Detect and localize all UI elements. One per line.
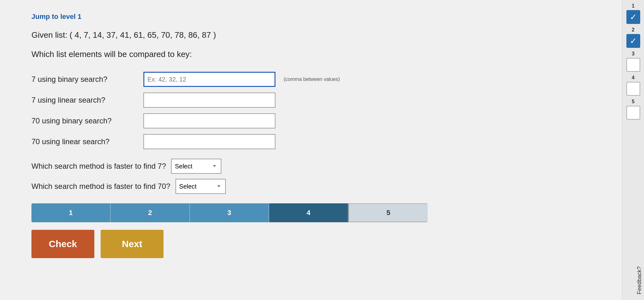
progress-seg-4: 4 bbox=[269, 203, 348, 222]
sidebar-check-1[interactable]: ✓ bbox=[626, 10, 640, 24]
sq1-dropdown[interactable]: Select Binary Search Linear Search Same bbox=[171, 159, 221, 174]
q3-label: 70 using binary search? bbox=[31, 116, 138, 125]
q3-input[interactable] bbox=[143, 113, 275, 128]
q1-label: 7 using binary search? bbox=[31, 75, 138, 84]
sidebar-item-4: 4 bbox=[626, 75, 640, 96]
sidebar: 1 ✓ 2 ✓ 3 4 5 Feedback? bbox=[622, 0, 644, 300]
sidebar-num-5: 5 bbox=[632, 99, 635, 105]
question-row-2: 7 using linear search? bbox=[31, 93, 447, 108]
sidebar-num-4: 4 bbox=[632, 75, 635, 81]
sidebar-outline-4[interactable] bbox=[626, 82, 640, 96]
progress-seg-1: 1 bbox=[31, 203, 111, 222]
q2-input[interactable] bbox=[143, 93, 275, 108]
select-row-1: Which search method is faster to find 7?… bbox=[31, 159, 447, 174]
main-container: Jump to level 1 Given list: ( 4, 7, 14, … bbox=[19, 6, 459, 264]
select-rows: Which search method is faster to find 7?… bbox=[31, 159, 447, 194]
q4-input[interactable] bbox=[143, 134, 275, 149]
q1-input[interactable] bbox=[143, 72, 275, 87]
sidebar-outline-3[interactable] bbox=[626, 58, 640, 72]
sidebar-check-2[interactable]: ✓ bbox=[626, 34, 640, 48]
button-row: Check Next bbox=[31, 230, 447, 258]
progress-seg-5: 5 bbox=[348, 203, 428, 222]
sidebar-num-2: 2 bbox=[632, 27, 635, 33]
sidebar-outline-5[interactable] bbox=[626, 106, 640, 120]
question-rows: 7 using binary search? (comma between va… bbox=[31, 72, 447, 149]
which-elements-label: Which list elements will be compared to … bbox=[31, 49, 447, 59]
select-row-2: Which search method is faster to find 70… bbox=[31, 179, 447, 194]
sidebar-item-5: 5 bbox=[626, 99, 640, 120]
next-button[interactable]: Next bbox=[101, 230, 164, 258]
sidebar-num-1: 1 bbox=[632, 3, 635, 9]
sidebar-item-2: 2 ✓ bbox=[626, 27, 640, 48]
progress-seg-5-label: 5 bbox=[386, 209, 390, 217]
progress-seg-2: 2 bbox=[111, 203, 190, 222]
question-row-3: 70 using binary search? bbox=[31, 113, 447, 128]
sidebar-item-1: 1 ✓ bbox=[626, 3, 640, 24]
progress-seg-4-label: 4 bbox=[307, 209, 310, 217]
sq2-label: Which search method is faster to find 70… bbox=[31, 182, 170, 191]
progress-seg-3-label: 3 bbox=[227, 209, 231, 217]
q1-hint: (comma between values) bbox=[284, 76, 340, 82]
jump-link[interactable]: Jump to level 1 bbox=[31, 13, 81, 21]
question-row-1: 7 using binary search? (comma between va… bbox=[31, 72, 447, 87]
feedback-button[interactable]: Feedback? bbox=[635, 264, 644, 297]
check-button[interactable]: Check bbox=[31, 230, 94, 258]
given-list: Given list: ( 4, 7, 14, 37, 41, 61, 65, … bbox=[31, 30, 447, 40]
progress-seg-3: 3 bbox=[190, 203, 269, 222]
progress-seg-2-label: 2 bbox=[148, 209, 152, 217]
sidebar-item-3: 3 bbox=[626, 51, 640, 72]
q4-label: 70 using linear search? bbox=[31, 137, 138, 146]
sq2-dropdown[interactable]: Select Binary Search Linear Search Same bbox=[175, 179, 226, 194]
progress-seg-1-label: 1 bbox=[69, 209, 73, 217]
sidebar-num-3: 3 bbox=[632, 51, 635, 57]
question-row-4: 70 using linear search? bbox=[31, 134, 447, 149]
q2-label: 7 using linear search? bbox=[31, 96, 138, 105]
sq1-label: Which search method is faster to find 7? bbox=[31, 162, 166, 171]
progress-bar: 1 2 3 4 5 bbox=[31, 203, 428, 222]
